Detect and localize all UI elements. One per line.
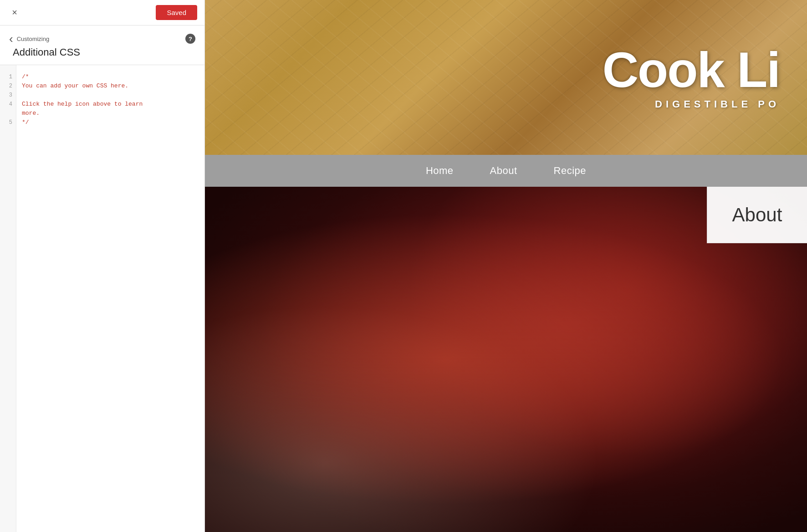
code-content[interactable]: /* You can add your own CSS here. Click …	[16, 65, 204, 532]
about-panel-text: About	[732, 204, 782, 226]
site-subtitle: DIGESTIBLE PO	[603, 98, 780, 110]
top-bar: × Saved	[0, 0, 204, 26]
nav-bar: Home About Recipe	[205, 155, 807, 187]
line-num-3: 3	[9, 91, 12, 100]
saved-button[interactable]: Saved	[156, 5, 197, 20]
line-num-5: 5	[9, 118, 12, 127]
site-preview: Cook Li DIGESTIBLE PO Home About Recipe …	[205, 0, 807, 532]
customizing-header: ‹ Customizing ? Additional CSS	[0, 26, 204, 65]
close-button[interactable]: ×	[7, 5, 22, 20]
about-panel: About	[707, 187, 807, 243]
back-button[interactable]: ‹	[9, 33, 13, 45]
nav-item-home[interactable]: Home	[426, 165, 454, 177]
code-line-1: /*	[22, 72, 199, 82]
additional-css-title: Additional CSS	[9, 46, 195, 58]
code-line-4b: more.	[22, 109, 199, 118]
code-line-2: You can add your own CSS here.	[22, 82, 199, 91]
help-icon[interactable]: ?	[185, 34, 195, 44]
content-area: About	[205, 187, 807, 532]
code-line-3	[22, 91, 199, 100]
line-num-2: 2	[9, 82, 12, 91]
nav-item-about[interactable]: About	[490, 165, 517, 177]
line-numbers: 1 2 3 4 5	[0, 65, 16, 532]
line-num-4: 4	[9, 100, 12, 109]
nav-item-recipes[interactable]: Recipe	[554, 165, 586, 177]
code-line-4: Click the help icon above to learn	[22, 100, 199, 109]
customizing-label: Customizing	[17, 36, 50, 42]
css-code-editor[interactable]: 1 2 3 4 5 /* You can add your own CSS he…	[0, 65, 204, 532]
site-title-block: Cook Li DIGESTIBLE PO	[603, 45, 780, 110]
site-header: Cook Li DIGESTIBLE PO	[205, 0, 807, 155]
customizer-panel: × Saved ‹ Customizing ? Additional CSS 1…	[0, 0, 205, 532]
site-title: Cook Li	[603, 45, 780, 95]
code-line-5: */	[22, 118, 199, 127]
line-num-1: 1	[9, 72, 12, 82]
code-lines: 1 2 3 4 5 /* You can add your own CSS he…	[0, 65, 204, 532]
customizing-row: ‹ Customizing ?	[9, 33, 195, 45]
